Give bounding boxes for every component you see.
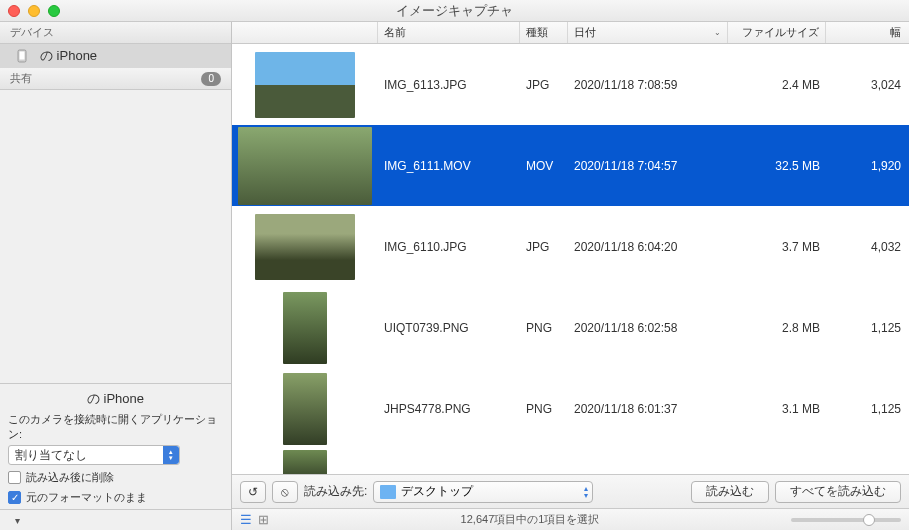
toggle-panel-button[interactable]: ▾ (8, 512, 26, 528)
col-size[interactable]: ファイルサイズ (728, 22, 826, 43)
grid-view-icon[interactable]: ⊞ (258, 512, 269, 527)
thumbnail (283, 292, 327, 364)
col-kind[interactable]: 種類 (520, 22, 568, 43)
col-thumb[interactable] (232, 22, 378, 43)
shared-count-badge: 0 (201, 72, 221, 86)
keep-format-checkbox[interactable] (8, 491, 21, 504)
thumbnail-size-slider[interactable] (791, 518, 901, 522)
table-row[interactable]: IMG_6110.JPGJPG2020/11/18 6:04:203.7 MB4… (232, 206, 909, 287)
bottom-device-name: の iPhone (8, 390, 223, 408)
destination-value: デスクトップ (401, 483, 473, 500)
destination-label: 読み込み先: (304, 483, 367, 500)
col-width[interactable]: 幅 (826, 22, 909, 43)
file-width: 3,024 (826, 78, 909, 92)
sidebar-device-iphone[interactable]: の iPhone (0, 44, 231, 68)
close-icon[interactable] (8, 5, 20, 17)
file-size: 3.1 MB (728, 402, 826, 416)
list-view-icon[interactable]: ☰ (240, 512, 252, 527)
col-name[interactable]: 名前 (378, 22, 520, 43)
sidebar: デバイス の iPhone 共有 0 の iPhone このカメラを接続時に開く… (0, 22, 232, 530)
file-kind: JPG (520, 78, 568, 92)
sidebar-section-shared: 共有 0 (0, 68, 231, 90)
open-with-value: 割り当てなし (15, 447, 87, 464)
sidebar-section-devices: デバイス (0, 22, 231, 44)
file-date: 2020/11/18 7:08:59 (568, 78, 728, 92)
file-size: 2.4 MB (728, 78, 826, 92)
thumbnail (238, 127, 372, 205)
file-name: IMG_6111.MOV (378, 159, 520, 173)
sidebar-bottom-panel: の iPhone このカメラを接続時に開くアプリケーション: 割り当てなし 読み… (0, 383, 231, 509)
table-row[interactable]: JHPS4778.PNGPNG2020/11/18 6:01:373.1 MB1… (232, 368, 909, 449)
minimize-icon[interactable] (28, 5, 40, 17)
statusbar: ☰ ⊞ 12,647項目中の1項目を選択 (232, 508, 909, 530)
file-size: 32.5 MB (728, 159, 826, 173)
open-with-label: このカメラを接続時に開くアプリケーション: (8, 412, 223, 442)
file-size: 2.8 MB (728, 321, 826, 335)
select-stepper-icon (163, 446, 179, 464)
delete-after-checkbox[interactable] (8, 471, 21, 484)
file-name: IMG_6110.JPG (378, 240, 520, 254)
table-row[interactable]: IMG_6113.JPGJPG2020/11/18 7:08:592.4 MB3… (232, 44, 909, 125)
thumbnail (283, 373, 327, 445)
select-stepper-icon: ▴▾ (584, 485, 588, 499)
main-split: デバイス の iPhone 共有 0 の iPhone このカメラを接続時に開く… (0, 22, 909, 530)
table-row[interactable] (232, 449, 909, 474)
shared-label: 共有 (10, 71, 32, 86)
col-date-label: 日付 (574, 25, 596, 40)
file-kind: JPG (520, 240, 568, 254)
col-date[interactable]: 日付 ⌄ (568, 22, 728, 43)
iphone-icon (12, 49, 32, 63)
content-area: 名前 種類 日付 ⌄ ファイルサイズ 幅 IMG_6113.JPGJPG2020… (232, 22, 909, 530)
bottom-toolbar: ↺ ⦸ 読み込み先: デスクトップ ▴▾ 読み込む すべてを読み込む (232, 474, 909, 508)
rotate-button[interactable]: ↺ (240, 481, 266, 503)
file-date: 2020/11/18 7:04:57 (568, 159, 728, 173)
file-kind: PNG (520, 321, 568, 335)
rotate-icon: ↺ (248, 485, 258, 499)
file-date: 2020/11/18 6:02:58 (568, 321, 728, 335)
folder-icon (380, 485, 396, 499)
thumbnail (255, 52, 355, 118)
prohibit-icon: ⦸ (281, 485, 289, 499)
thumbnail (255, 214, 355, 280)
delete-after-label: 読み込み後に削除 (26, 470, 114, 485)
file-name: IMG_6113.JPG (378, 78, 520, 92)
file-width: 1,125 (826, 402, 909, 416)
file-date: 2020/11/18 6:04:20 (568, 240, 728, 254)
destination-select[interactable]: デスクトップ ▴▾ (373, 481, 593, 503)
slider-knob[interactable] (863, 514, 875, 526)
file-name: UIQT0739.PNG (378, 321, 520, 335)
file-width: 4,032 (826, 240, 909, 254)
file-kind: PNG (520, 402, 568, 416)
import-all-button[interactable]: すべてを読み込む (775, 481, 901, 503)
svg-rect-1 (20, 52, 25, 60)
open-with-select[interactable]: 割り当てなし (8, 445, 180, 465)
table-row[interactable]: IMG_6111.MOVMOV2020/11/18 7:04:5732.5 MB… (232, 125, 909, 206)
delete-button[interactable]: ⦸ (272, 481, 298, 503)
titlebar: イメージキャプチャ (0, 0, 909, 22)
file-width: 1,920 (826, 159, 909, 173)
file-name: JHPS4778.PNG (378, 402, 520, 416)
table-row[interactable]: UIQT0739.PNGPNG2020/11/18 6:02:582.8 MB1… (232, 287, 909, 368)
status-text: 12,647項目中の1項目を選択 (269, 512, 791, 527)
devices-label: デバイス (10, 25, 54, 40)
keep-format-label: 元のフォーマットのまま (26, 490, 147, 505)
device-name: の iPhone (40, 47, 97, 65)
zoom-icon[interactable] (48, 5, 60, 17)
view-switcher: ☰ ⊞ (240, 512, 269, 527)
file-width: 1,125 (826, 321, 909, 335)
window-title: イメージキャプチャ (0, 2, 909, 20)
sidebar-footer: ▾ (0, 509, 231, 530)
column-headers: 名前 種類 日付 ⌄ ファイルサイズ 幅 (232, 22, 909, 44)
sort-indicator-icon: ⌄ (714, 28, 721, 37)
file-list[interactable]: IMG_6113.JPGJPG2020/11/18 7:08:592.4 MB3… (232, 44, 909, 474)
file-kind: MOV (520, 159, 568, 173)
thumbnail (283, 450, 327, 474)
import-button[interactable]: 読み込む (691, 481, 769, 503)
file-date: 2020/11/18 6:01:37 (568, 402, 728, 416)
file-size: 3.7 MB (728, 240, 826, 254)
window-controls (8, 5, 60, 17)
